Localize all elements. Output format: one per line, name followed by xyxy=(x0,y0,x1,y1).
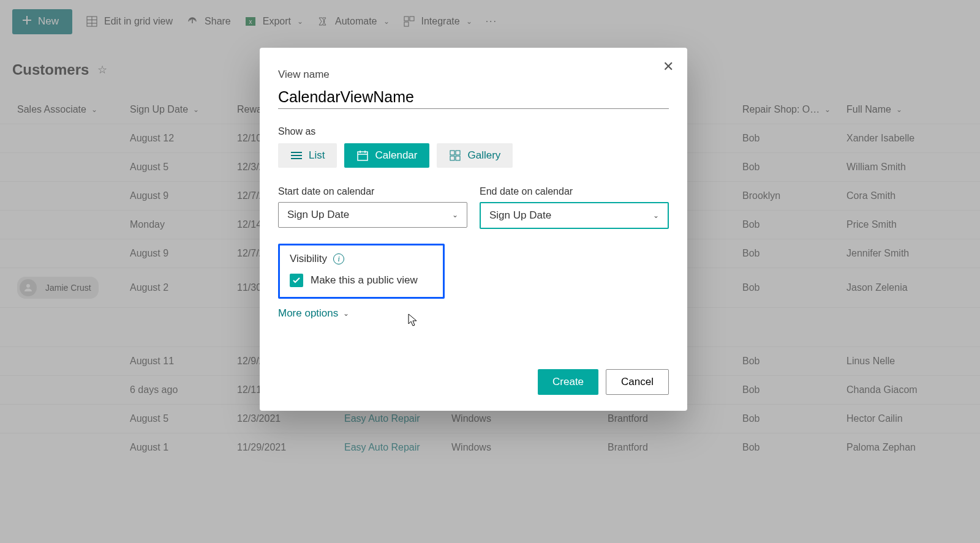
close-button[interactable]: ✕ xyxy=(663,59,674,75)
svg-rect-13 xyxy=(358,152,368,160)
chevron-down-icon: ⌄ xyxy=(343,309,349,318)
public-view-checkbox[interactable]: Make this a public view xyxy=(290,274,433,287)
create-view-dialog: ✕ View name Show as List Calendar Galler… xyxy=(260,48,687,411)
end-date-select[interactable]: Sign Up Date ⌄ xyxy=(480,202,669,229)
chevron-down-icon: ⌄ xyxy=(653,211,659,220)
visibility-highlight-box: Visibility i Make this a public view xyxy=(278,244,445,299)
view-name-input[interactable] xyxy=(278,84,669,109)
gallery-icon xyxy=(449,149,461,162)
list-icon xyxy=(290,149,303,162)
show-as-gallery-button[interactable]: Gallery xyxy=(437,143,513,168)
chevron-down-icon: ⌄ xyxy=(452,211,458,219)
svg-rect-19 xyxy=(450,156,454,160)
end-date-label: End date on calendar xyxy=(480,186,669,197)
view-name-label: View name xyxy=(278,69,669,81)
start-date-label: Start date on calendar xyxy=(278,186,467,197)
close-icon: ✕ xyxy=(663,59,674,74)
create-button[interactable]: Create xyxy=(538,369,598,395)
cancel-button[interactable]: Cancel xyxy=(606,369,669,395)
more-options-link[interactable]: More options ⌄ xyxy=(278,307,669,320)
cursor-icon xyxy=(408,313,419,329)
checkbox-checked-icon xyxy=(290,274,303,287)
svg-rect-20 xyxy=(456,156,460,160)
svg-rect-17 xyxy=(450,151,454,155)
show-as-calendar-button[interactable]: Calendar xyxy=(344,143,429,168)
calendar-icon xyxy=(356,149,369,162)
svg-rect-18 xyxy=(456,151,460,155)
start-date-select[interactable]: Sign Up Date ⌄ xyxy=(278,202,467,228)
show-as-label: Show as xyxy=(278,126,669,137)
info-icon[interactable]: i xyxy=(333,253,344,264)
visibility-label: Visibility xyxy=(290,253,327,265)
show-as-list-button[interactable]: List xyxy=(278,143,337,168)
